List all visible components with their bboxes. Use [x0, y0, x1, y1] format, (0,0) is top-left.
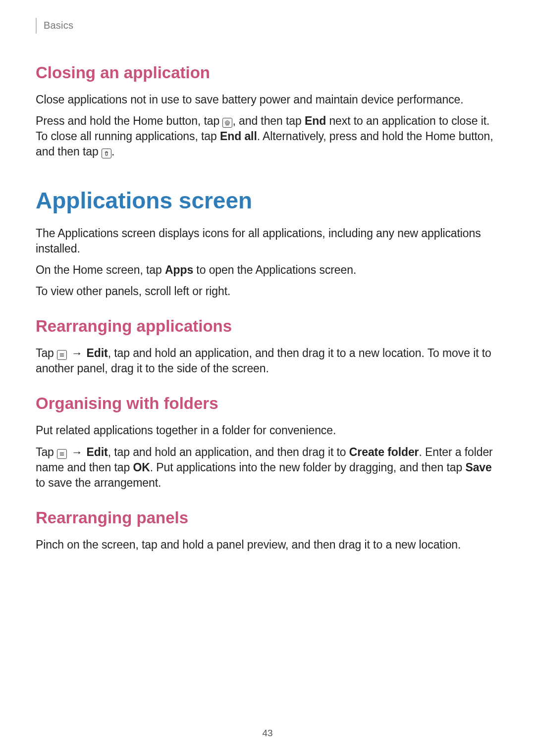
paragraph: To view other panels, scroll left or rig… [36, 284, 499, 299]
section-closing-application: Closing an application Close application… [36, 63, 499, 159]
menu-icon [57, 449, 67, 459]
paragraph: Put related applications together in a f… [36, 423, 499, 438]
bold-edit: Edit [87, 347, 108, 359]
bold-ok: OK [133, 461, 150, 474]
breadcrumb: Basics [44, 20, 73, 31]
section-rearranging-applications: Rearranging applications Tap → Edit, tap… [36, 317, 499, 376]
paragraph: On the Home screen, tap Apps to open the… [36, 262, 499, 278]
bold-edit: Edit [87, 446, 108, 458]
paragraph: Close applications not in use to save ba… [36, 92, 499, 107]
text-fragment: to save the arrangement. [36, 476, 161, 489]
text-fragment: . Put applications into the new folder b… [150, 461, 466, 474]
paragraph: Pinch on the screen, tap and hold a pane… [36, 537, 499, 553]
arrow-icon: → [70, 347, 83, 359]
heading-organising-folders: Organising with folders [36, 394, 499, 413]
paragraph: Tap → Edit, tap and hold an application,… [36, 445, 499, 491]
text-fragment: , tap and hold an application, and then … [108, 446, 349, 458]
section-applications-screen: The Applications screen displays icons f… [36, 226, 499, 299]
heading-rearranging-panels: Rearranging panels [36, 508, 499, 527]
heading-applications-screen: Applications screen [36, 187, 499, 214]
paragraph: Press and hold the Home button, tap , an… [36, 113, 499, 159]
paragraph: Tap → Edit, tap and hold an application,… [36, 346, 499, 376]
text-fragment: to open the Applications screen. [193, 263, 356, 276]
paragraph: The Applications screen displays icons f… [36, 226, 499, 256]
heading-rearranging-applications: Rearranging applications [36, 317, 499, 336]
page-header: Basics [36, 20, 499, 34]
heading-closing-application: Closing an application [36, 63, 499, 82]
bold-create-folder: Create folder [349, 446, 419, 458]
text-fragment: Press and hold the Home button, tap [36, 114, 222, 127]
text-fragment: . [111, 145, 114, 158]
header-rule [36, 18, 37, 34]
text-fragment: Tap [36, 347, 57, 359]
text-fragment: On the Home screen, tap [36, 263, 165, 276]
menu-icon [57, 350, 67, 360]
bold-end-all: End all [220, 130, 257, 143]
arrow-icon: → [70, 446, 83, 458]
text-fragment: , and then tap [232, 114, 305, 127]
section-rearranging-panels: Rearranging panels Pinch on the screen, … [36, 508, 499, 553]
task-manager-icon [222, 118, 232, 128]
bold-end: End [305, 114, 326, 127]
bold-apps: Apps [165, 263, 193, 276]
document-page: Basics Closing an application Close appl… [0, 0, 535, 553]
close-all-icon [102, 149, 111, 158]
page-number: 43 [0, 728, 535, 739]
bold-save: Save [465, 461, 491, 474]
text-fragment: Tap [36, 446, 57, 458]
section-organising-folders: Organising with folders Put related appl… [36, 394, 499, 490]
